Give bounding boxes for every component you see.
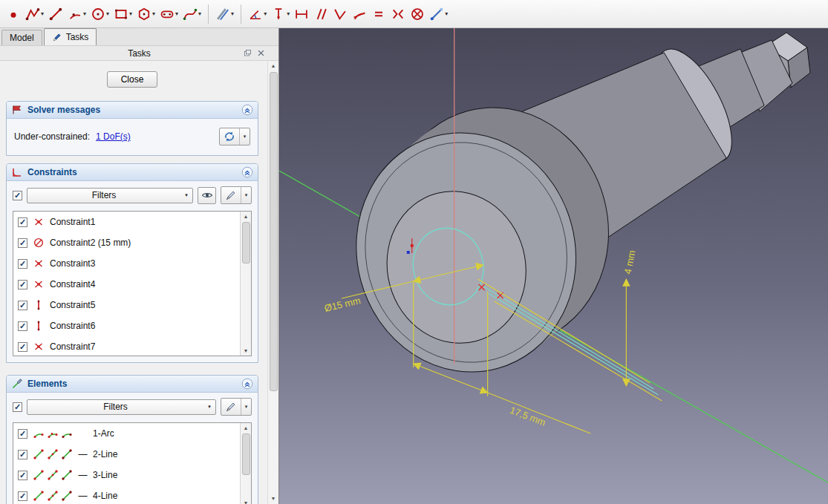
constrain-horizontal-distance-button[interactable]	[292, 3, 311, 25]
elements-list-scrollbar[interactable]: ▲ ▼	[240, 423, 251, 504]
dropdown-arrow-icon[interactable]: ▾	[198, 10, 201, 17]
show-hide-constraints-button[interactable]	[198, 187, 216, 204]
create-line-button[interactable]	[46, 3, 65, 25]
coincident-icon	[33, 278, 45, 290]
constraints-filter-combo[interactable]: Filters ▾	[27, 188, 193, 203]
scroll-thumb[interactable]	[242, 433, 250, 475]
dropdown-arrow-icon[interactable]: ▾	[152, 10, 155, 17]
tab-model[interactable]: Model	[1, 30, 42, 45]
toggle-construction-button[interactable]: ▾	[427, 3, 450, 25]
dof-link[interactable]: 1 DoF(s)	[96, 131, 131, 142]
constrain-parallel-button[interactable]	[311, 3, 330, 25]
constraint-checkbox[interactable]: ✓	[18, 342, 27, 352]
create-circle-button[interactable]: ▾	[88, 3, 111, 25]
dropdown-arrow-icon[interactable]: ▾	[106, 10, 109, 17]
constrain-angle-button[interactable]: ▾	[246, 3, 269, 25]
constraint-row[interactable]: ✓Constraint6	[13, 315, 240, 336]
constraint-checkbox[interactable]: ✓	[18, 301, 27, 310]
create-arc-button[interactable]: ▾	[65, 3, 88, 25]
constrain-equal-button[interactable]	[369, 3, 388, 25]
element-type-icons	[33, 428, 73, 439]
3d-viewport[interactable]: Ø15 mm 17,5 mm 4 mm	[278, 28, 828, 504]
constraint-row[interactable]: ✓Constraint2 (15 mm)	[13, 232, 240, 253]
scroll-up-icon[interactable]: ▲	[244, 212, 249, 221]
dropdown-arrow-icon[interactable]: ▾	[129, 10, 132, 17]
scroll-down-icon[interactable]: ▼	[244, 498, 249, 504]
settings-dropdown-icon[interactable]: ▾	[241, 399, 251, 415]
constraint-row[interactable]: ✓Constraint5	[13, 295, 240, 315]
constraints-settings-split-button[interactable]: ▾	[221, 186, 252, 204]
create-bspline-button[interactable]: ▾	[180, 3, 203, 25]
constrain-symmetric-button[interactable]	[388, 3, 408, 25]
constraint-checkbox[interactable]: ✓	[18, 321, 27, 331]
settings-dropdown-icon[interactable]: ▾	[241, 187, 251, 203]
scroll-thumb[interactable]	[270, 72, 278, 391]
create-polyline-button[interactable]: ▾	[23, 3, 46, 25]
scroll-thumb[interactable]	[242, 222, 250, 264]
collapse-section-icon[interactable]	[241, 104, 253, 116]
close-panel-icon[interactable]	[257, 49, 265, 57]
constraint-row[interactable]: ✓Constraint7	[13, 336, 240, 356]
constrain-block-button[interactable]	[408, 3, 427, 25]
brush-icon[interactable]	[221, 399, 241, 415]
solver-messages-header[interactable]: Solver messages	[7, 102, 258, 119]
element-checkbox[interactable]: ✓	[18, 491, 27, 501]
panel-scrollbar[interactable]: ▲ ▼	[267, 61, 278, 504]
constrain-vertical-distance-button[interactable]: ▾	[269, 3, 292, 25]
scroll-down-icon[interactable]: ▼	[271, 494, 276, 504]
element-checkbox[interactable]: ✓	[18, 429, 27, 439]
dropdown-arrow-icon[interactable]: ▾	[445, 10, 448, 17]
trim-edge-button[interactable]: ▾	[213, 3, 236, 25]
elements-filter-combo[interactable]: Filters ▾	[27, 399, 216, 415]
elem-arc3-icon	[61, 428, 73, 439]
3d-view-canvas[interactable]: Ø15 mm 17,5 mm 4 mm	[279, 28, 828, 504]
constraint-checkbox[interactable]: ✓	[18, 238, 27, 248]
float-panel-icon[interactable]	[244, 49, 252, 57]
constrain-perpendicular-button[interactable]	[330, 3, 350, 25]
dropdown-arrow-icon[interactable]: ▾	[287, 10, 290, 17]
auto-update-split-button[interactable]: ▾	[219, 128, 250, 145]
dropdown-arrow-icon[interactable]: ▾	[264, 10, 267, 17]
element-checkbox[interactable]: ✓	[18, 450, 27, 459]
dropdown-arrow-icon[interactable]: ▾	[41, 10, 44, 17]
constraint-checkbox[interactable]: ✓	[18, 259, 27, 269]
scroll-up-icon[interactable]: ▲	[244, 423, 249, 433]
refresh-dropdown-icon[interactable]: ▾	[239, 128, 250, 145]
create-rectangle-button[interactable]: ▾	[111, 3, 134, 25]
elements-settings-split-button[interactable]: ▾	[221, 398, 252, 416]
constraint-checkbox[interactable]: ✓	[18, 280, 27, 289]
elements-select-all-checkbox[interactable]: ✓	[13, 402, 22, 412]
freecad-window: ▾▾▾▾▾▾▾▾▾▾▾ ModelTasks Tasks Close	[0, 0, 828, 504]
element-row[interactable]: ✓—3-Line	[13, 465, 240, 485]
element-checkbox[interactable]: ✓	[18, 471, 27, 480]
constraints-header[interactable]: Constraints	[7, 164, 258, 181]
element-row[interactable]: ✓1-Arc	[13, 423, 240, 444]
tab-tasks[interactable]: Tasks	[44, 28, 97, 45]
diameter-dim-label[interactable]: Ø15 mm	[323, 295, 362, 314]
distance-dim-label[interactable]: 17,5 mm	[509, 405, 548, 428]
collapse-section-icon[interactable]	[241, 166, 253, 178]
constraint-checkbox[interactable]: ✓	[18, 217, 27, 227]
create-point-button[interactable]	[4, 3, 23, 25]
scroll-down-icon[interactable]: ▼	[244, 346, 249, 356]
scroll-up-icon[interactable]: ▲	[271, 61, 276, 71]
create-slot-button[interactable]: ▾	[157, 3, 180, 25]
constraints-select-all-checkbox[interactable]: ✓	[13, 191, 22, 200]
brush-icon[interactable]	[221, 187, 241, 203]
elements-header[interactable]: Elements	[7, 376, 258, 393]
constraint-row[interactable]: ✓Constraint3	[13, 253, 240, 274]
element-row[interactable]: ✓—2-Line	[13, 444, 240, 465]
close-button[interactable]: Close	[107, 71, 158, 88]
refresh-icon[interactable]	[220, 128, 239, 145]
width-dim-label[interactable]: 4 mm	[622, 249, 638, 275]
dropdown-arrow-icon[interactable]: ▾	[83, 10, 86, 17]
constrain-tangent-button[interactable]	[350, 3, 369, 25]
constraint-row[interactable]: ✓Constraint4	[13, 274, 240, 295]
constraints-list-scrollbar[interactable]: ▲ ▼	[240, 212, 251, 356]
element-row[interactable]: ✓—4-Line	[13, 485, 240, 504]
collapse-section-icon[interactable]	[241, 378, 253, 390]
constraint-row[interactable]: ✓Constraint1	[13, 212, 240, 232]
dropdown-arrow-icon[interactable]: ▾	[231, 10, 234, 17]
dropdown-arrow-icon[interactable]: ▾	[175, 10, 178, 17]
create-polygon-button[interactable]: ▾	[134, 3, 157, 25]
